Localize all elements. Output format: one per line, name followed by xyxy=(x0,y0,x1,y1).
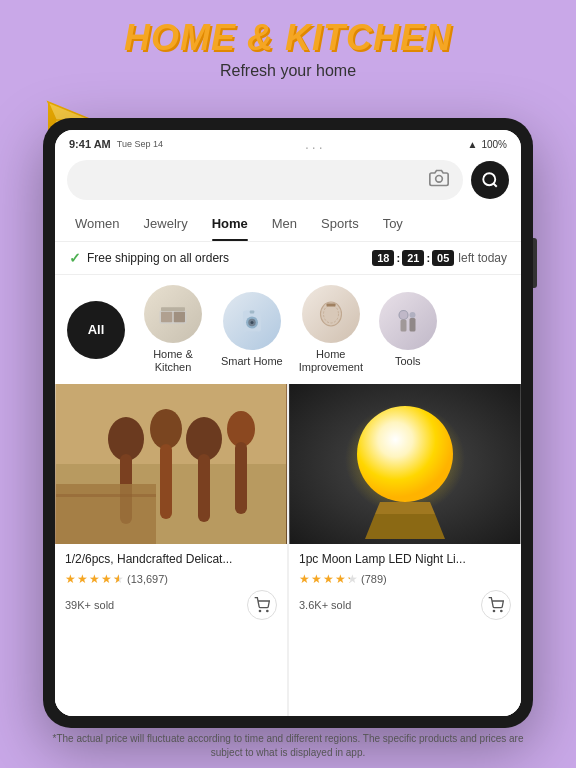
sold-row-1: 39K+ sold xyxy=(65,590,277,620)
svg-rect-26 xyxy=(160,444,172,519)
timer-blocks: 18 : 21 : 05 xyxy=(372,250,454,266)
category-label-tools: Tools xyxy=(395,355,421,368)
svg-point-25 xyxy=(150,409,182,449)
star-1-2: ★ xyxy=(77,572,88,586)
tab-toy[interactable]: Toy xyxy=(371,206,415,241)
product-name-1: 1/2/6pcs, Handcrafted Delicat... xyxy=(65,552,277,568)
star-2-1: ★ xyxy=(299,572,310,586)
stars-1: ★ ★ ★ ★ ★★ xyxy=(65,572,124,586)
category-tools[interactable]: Tools xyxy=(379,292,437,368)
shipping-banner: ✓ Free shipping on all orders 18 : 21 : … xyxy=(55,242,521,275)
timer-hours: 18 xyxy=(372,250,394,266)
stars-2: ★ ★ ★ ★ ★★ xyxy=(299,572,358,586)
header-section: HOME & KITCHEN Refresh your home xyxy=(0,0,576,90)
product-info-2: 1pc Moon Lamp LED Night Li... ★ ★ ★ ★ ★★ xyxy=(289,544,521,626)
add-to-cart-2[interactable] xyxy=(481,590,511,620)
svg-rect-20 xyxy=(409,318,415,332)
product-info-1: 1/2/6pcs, Handcrafted Delicat... ★ ★ ★ ★… xyxy=(55,544,287,626)
timer-minutes: 21 xyxy=(402,250,424,266)
svg-marker-39 xyxy=(375,502,435,514)
status-icons: ▲ 100% xyxy=(468,139,507,150)
power-button xyxy=(533,238,537,288)
svg-point-3 xyxy=(436,176,443,183)
star-1-4: ★ xyxy=(101,572,112,586)
review-count-1: (13,697) xyxy=(127,573,168,585)
status-bar: 9:41 AM Tue Sep 14 ... ▲ 100% xyxy=(55,130,521,154)
shipping-left: ✓ Free shipping on all orders xyxy=(69,250,229,266)
svg-rect-7 xyxy=(174,312,185,323)
search-button[interactable] xyxy=(471,161,509,199)
sold-text-2: 3.6K+ sold xyxy=(299,599,351,611)
category-circle-home xyxy=(144,285,202,343)
svg-point-41 xyxy=(501,610,502,611)
product-card-1[interactable]: 1/2/6pcs, Handcrafted Delicat... ★ ★ ★ ★… xyxy=(55,384,287,716)
product-name-2: 1pc Moon Lamp LED Night Li... xyxy=(299,552,511,568)
sold-row-2: 3.6K+ sold xyxy=(299,590,511,620)
star-1-5: ★★ xyxy=(113,572,124,586)
tab-women[interactable]: Women xyxy=(63,206,132,241)
category-scroll: All Home & Kitchen xyxy=(55,275,521,384)
star-1-3: ★ xyxy=(89,572,100,586)
camera-icon[interactable] xyxy=(429,168,449,192)
disclaimer-text: *The actual price will fluctuate accordi… xyxy=(53,733,524,758)
timer-suffix: left today xyxy=(458,251,507,265)
star-2-3: ★ xyxy=(323,572,334,586)
star-2-2: ★ xyxy=(311,572,322,586)
svg-rect-19 xyxy=(400,319,406,331)
tab-men[interactable]: Men xyxy=(260,206,309,241)
svg-marker-38 xyxy=(365,514,445,539)
star-1-1: ★ xyxy=(65,572,76,586)
shipping-text: Free shipping on all orders xyxy=(87,251,229,265)
search-bar-row xyxy=(55,154,521,206)
category-home-kitchen[interactable]: Home & Kitchen xyxy=(141,285,205,374)
svg-point-12 xyxy=(250,321,253,324)
status-time: 9:41 AM xyxy=(69,138,111,150)
product-image-1 xyxy=(55,384,287,544)
star-2-4: ★ xyxy=(335,572,346,586)
svg-point-33 xyxy=(259,610,260,611)
category-all[interactable]: All xyxy=(67,301,125,359)
svg-rect-13 xyxy=(250,310,255,313)
stars-row-1: ★ ★ ★ ★ ★★ (13,697) xyxy=(65,572,277,586)
svg-rect-31 xyxy=(56,484,156,544)
svg-point-37 xyxy=(357,406,453,502)
svg-point-4 xyxy=(483,173,495,185)
status-date: Tue Sep 14 xyxy=(117,139,163,149)
spoon-image xyxy=(55,384,287,544)
tablet-frame: 9:41 AM Tue Sep 14 ... ▲ 100% xyxy=(43,118,533,728)
tab-home[interactable]: Home xyxy=(200,206,260,241)
tab-sports[interactable]: Sports xyxy=(309,206,371,241)
timer-sep-1: : xyxy=(396,252,400,264)
category-label-smart: Smart Home xyxy=(221,355,283,368)
category-smart-home[interactable]: Smart Home xyxy=(221,292,283,368)
category-circle-improvement xyxy=(302,285,360,343)
page-subtitle: Refresh your home xyxy=(0,62,576,80)
nav-dots: ... xyxy=(305,136,326,152)
svg-rect-8 xyxy=(161,307,185,311)
check-icon: ✓ xyxy=(69,250,81,266)
svg-rect-32 xyxy=(56,494,156,497)
category-label-improvement: Home Improvement xyxy=(299,348,363,374)
search-container[interactable] xyxy=(67,160,463,200)
star-2-5: ★★ xyxy=(347,572,358,586)
lamp-image xyxy=(289,384,521,544)
sold-text-1: 39K+ sold xyxy=(65,599,114,611)
products-grid: 1/2/6pcs, Handcrafted Delicat... ★ ★ ★ ★… xyxy=(55,384,521,716)
svg-point-34 xyxy=(267,610,268,611)
review-count-2: (789) xyxy=(361,573,387,585)
category-circle-smart xyxy=(223,292,281,350)
svg-point-18 xyxy=(409,312,415,318)
svg-point-29 xyxy=(227,411,255,447)
countdown: 18 : 21 : 05 left today xyxy=(372,250,507,266)
disclaimer: *The actual price will fluctuate accordi… xyxy=(43,732,533,760)
tablet-wrapper: 9:41 AM Tue Sep 14 ... ▲ 100% xyxy=(43,118,533,728)
wifi-icon: ▲ xyxy=(468,139,478,150)
tab-jewelry[interactable]: Jewelry xyxy=(132,206,200,241)
tablet-screen: 9:41 AM Tue Sep 14 ... ▲ 100% xyxy=(55,130,521,716)
product-card-2[interactable]: 1pc Moon Lamp LED Night Li... ★ ★ ★ ★ ★★ xyxy=(289,384,521,716)
category-circle-tools xyxy=(379,292,437,350)
svg-rect-16 xyxy=(326,304,335,307)
add-to-cart-1[interactable] xyxy=(247,590,277,620)
timer-seconds: 05 xyxy=(432,250,454,266)
category-home-improvement[interactable]: Home Improvement xyxy=(299,285,363,374)
